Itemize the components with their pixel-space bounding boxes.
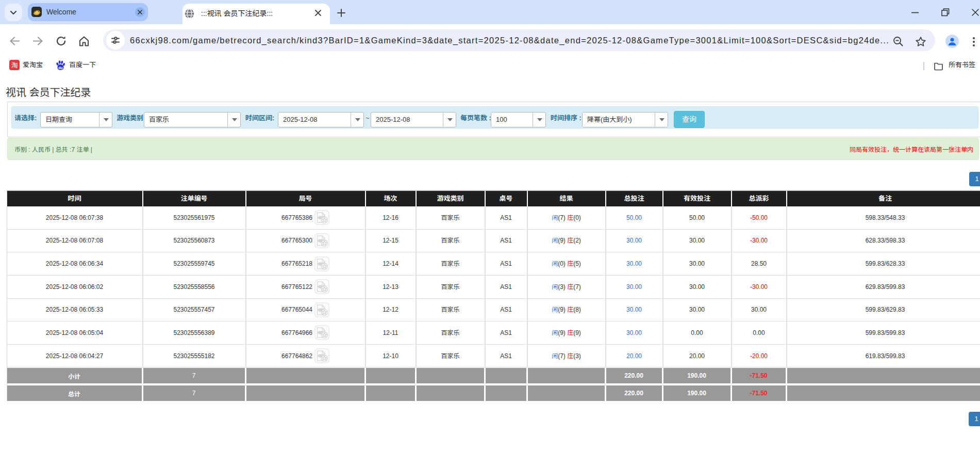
svg-text:du: du xyxy=(58,66,63,70)
